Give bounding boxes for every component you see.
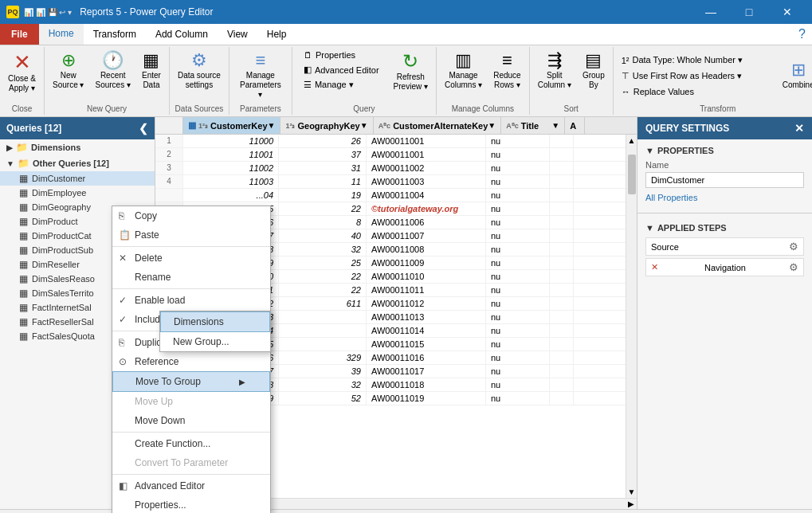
geographykey-dropdown-icon[interactable]: ▼ <box>360 121 368 130</box>
close-apply-button[interactable]: ✕ Close &Apply ▾ <box>3 49 41 96</box>
geographykey-name: GeographyKey <box>297 121 359 131</box>
tab-view[interactable]: View <box>218 24 257 45</box>
minimize-button[interactable]: — <box>692 0 729 24</box>
ctx-delete[interactable]: ✕ Delete <box>112 249 270 268</box>
row-num-1: 1 <box>155 135 183 147</box>
col-header-title[interactable]: Aᴮc Title ▼ <box>501 117 565 134</box>
sidebar-collapse-button[interactable]: ❮ <box>139 122 148 135</box>
qs-name-value[interactable]: DimCustomer <box>645 172 804 188</box>
scroll-thumb[interactable] <box>628 155 636 194</box>
title-dropdown-icon[interactable]: ▼ <box>551 121 559 130</box>
data-type-button[interactable]: 1² Data Type: Whole Number ▾ <box>617 53 776 67</box>
submenu-new-group[interactable]: New Group... <box>160 332 270 351</box>
data-type-label: Data Type: Whole Number ▾ <box>633 55 743 65</box>
qs-properties-arrow-icon: ▼ <box>645 146 654 155</box>
ctx-paste[interactable]: 📋 Paste <box>112 225 270 245</box>
replace-values-button[interactable]: ↔ Replace Values <box>617 85 776 98</box>
use-first-row-button[interactable]: ⊤ Use First Row as Headers ▾ <box>617 69 776 83</box>
step-source-label: Source <box>651 242 679 252</box>
scroll-right-button[interactable]: ▶ <box>626 499 637 508</box>
ctx-properties[interactable]: Properties... <box>112 495 270 513</box>
cell-altkey-4: AW00011003 <box>367 175 486 188</box>
ctx-advanced-editor[interactable]: ◧ Advanced Editor <box>112 476 270 495</box>
step-source[interactable]: Source ⚙ <box>645 237 804 256</box>
col-header-customeralternatekey[interactable]: Aᴮc CustomerAlternateKey ▼ <box>374 117 502 134</box>
data-source-settings-button[interactable]: ⚙ Data sourcesettings <box>173 49 226 93</box>
col-header-geographykey[interactable]: 1²₃ GeographyKey ▼ <box>280 117 373 134</box>
dimproduct-label: DimProduct <box>32 217 77 226</box>
combine-icon: ⊞ <box>791 61 806 79</box>
ribbon-tabs: File Home Transform Add Column View Help… <box>0 24 812 45</box>
cell-altkey-3: AW00011002 <box>367 162 486 174</box>
refresh-preview-button[interactable]: ↻ RefreshPreview ▾ <box>389 49 433 95</box>
query-group-label: Query <box>296 104 433 115</box>
ribbon-group-close: ✕ Close &Apply ▾ Close <box>0 47 45 115</box>
grid-column-headers: ▦ 1²₃ CustomerKey ▼ 1²₃ GeographyKey ▼ A… <box>155 117 637 135</box>
all-properties-link[interactable]: All Properties <box>645 193 697 202</box>
vertical-scrollbar[interactable]: ▲ ▼ <box>626 135 637 498</box>
ctx-copy[interactable]: ⎘ Copy <box>112 206 270 225</box>
cell-geographykey-3: 31 <box>279 162 367 174</box>
dimemployee-label: DimEmployee <box>32 188 86 198</box>
manage-parameters-button[interactable]: ≡ ManageParameters ▾ <box>233 49 288 103</box>
recent-sources-button[interactable]: 🕐 RecentSources ▾ <box>90 49 135 93</box>
dimgeography-table-icon: ▦ <box>19 202 28 213</box>
scroll-up-button[interactable]: ▲ <box>628 135 636 147</box>
ctx-move-to-group[interactable]: Move To Group ▶ <box>112 371 270 392</box>
new-source-button[interactable]: ⊕ NewSource ▾ <box>48 49 88 93</box>
group-by-button[interactable]: ▤ GroupBy <box>578 49 610 93</box>
sidebar-group-other-queries-header[interactable]: ▼ 📁 Other Queries [12] <box>0 155 155 171</box>
scroll-down-button[interactable]: ▼ <box>628 486 636 498</box>
ribbon-content: ✕ Close &Apply ▾ Close ⊕ NewSource ▾ 🕐 R… <box>0 45 812 116</box>
cell-title-4: nu <box>486 175 550 188</box>
tab-transform[interactable]: Transform <box>84 24 146 45</box>
ribbon-group-manage-columns: ▥ ManageColumns ▾ ≡ ReduceRows ▾ Manage … <box>437 47 530 115</box>
sidebar-item-dimemployee[interactable]: ▦ DimEmployee <box>0 186 155 200</box>
cell-title-2: nu <box>486 148 550 161</box>
dimgeography-label: DimGeography <box>32 202 91 212</box>
dimproductsub-table-icon: ▦ <box>19 245 28 256</box>
ctx-move-down[interactable]: Move Down <box>112 411 270 430</box>
tab-help[interactable]: Help <box>257 24 296 45</box>
manage-button[interactable]: ☰ Manage ▾ <box>299 78 384 92</box>
advanced-editor-button[interactable]: ◧ Advanced Editor <box>299 63 384 76</box>
ctx-enable-load[interactable]: ✓ Enable load <box>112 291 270 310</box>
tab-add-column[interactable]: Add Column <box>146 24 218 45</box>
other-queries-arrow-icon: ▼ <box>6 159 14 168</box>
sidebar-group-dimensions-header[interactable]: ▶ 📁 Dimensions <box>0 139 155 155</box>
step-navigation[interactable]: ✕ Navigation ⚙ <box>645 258 804 276</box>
ctx-create-function[interactable]: Create Function... <box>112 434 270 453</box>
sidebar-item-dimcustomer[interactable]: ▦ DimCustomer <box>0 171 155 186</box>
ctx-rename[interactable]: Rename <box>112 268 270 287</box>
reduce-rows-button[interactable]: ≡ ReduceRows ▾ <box>488 49 525 93</box>
ctx-reference-label: Reference <box>135 356 178 367</box>
maximize-button[interactable]: □ <box>731 0 767 24</box>
help-icon[interactable]: ? <box>792 24 812 45</box>
table-row: ...0419AW00011004nu <box>155 189 626 202</box>
ctx-sep-1 <box>112 246 270 247</box>
col-header-customerkey[interactable]: ▦ 1²₃ CustomerKey ▼ <box>183 117 280 134</box>
table-row: 2 11001 37 AW00011001 nu <box>155 148 626 162</box>
customerkey-dropdown-icon[interactable]: ▼ <box>268 121 276 130</box>
manage-columns-button[interactable]: ▥ ManageColumns ▾ <box>440 49 487 93</box>
use-first-row-icon: ⊤ <box>622 71 630 81</box>
ctx-reference[interactable]: ⊙ Reference <box>112 352 270 371</box>
properties-button[interactable]: 🗒 Properties <box>299 49 384 61</box>
combine-button[interactable]: ⊞ Combine <box>778 58 812 93</box>
step-navigation-gear-icon[interactable]: ⚙ <box>789 261 798 273</box>
window-controls: — □ ✕ <box>692 0 806 24</box>
dimreseller-table-icon: ▦ <box>19 259 28 270</box>
submenu-dimensions[interactable]: Dimensions <box>160 311 270 332</box>
close-button[interactable]: ✕ <box>769 0 806 24</box>
enter-data-button[interactable]: ▦ EnterData <box>137 49 166 93</box>
dimproductcat-table-icon: ▦ <box>19 230 28 241</box>
tab-home[interactable]: Home <box>39 24 84 45</box>
query-settings-close-icon[interactable]: ✕ <box>794 122 804 135</box>
cell-customerkey-4: 11003 <box>183 175 279 188</box>
step-source-gear-icon[interactable]: ⚙ <box>789 241 798 253</box>
tab-file[interactable]: File <box>0 24 39 45</box>
split-column-button[interactable]: ⇶ SplitColumn ▾ <box>533 49 576 93</box>
cell-title-3: nu <box>486 162 550 174</box>
row-num-4: 4 <box>155 175 183 188</box>
customeralternatekey-dropdown-icon[interactable]: ▼ <box>488 121 496 130</box>
